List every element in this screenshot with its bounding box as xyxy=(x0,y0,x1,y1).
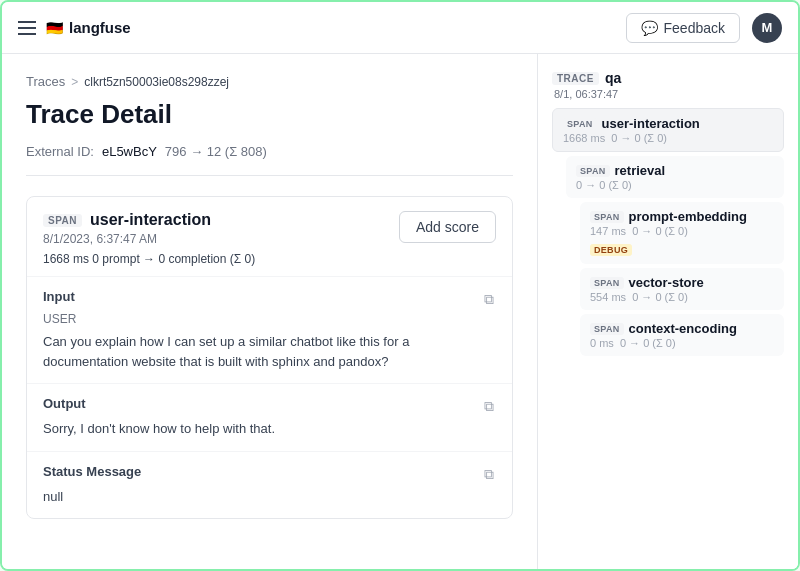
input-user-label: USER xyxy=(43,312,496,326)
trace-badge: TRACE xyxy=(552,72,599,85)
feedback-button[interactable]: 💬 Feedback xyxy=(626,13,740,43)
span-badge: SPAN xyxy=(43,214,82,227)
trace-tree: SPAN user-interaction 1668 ms 0 → 0 (Σ 0… xyxy=(552,108,784,356)
tree-node-user-interaction[interactable]: SPAN user-interaction 1668 ms 0 → 0 (Σ 0… xyxy=(552,108,784,152)
external-id-label: External ID: xyxy=(26,144,94,159)
tree-badge-retrieval: SPAN xyxy=(576,165,610,177)
page-title: Trace Detail xyxy=(26,99,513,130)
avatar[interactable]: M xyxy=(752,13,782,43)
trace-block: TRACE qa 8/1, 06:37:47 xyxy=(552,70,784,100)
feedback-label: Feedback xyxy=(664,20,725,36)
nav-left: 🇩🇪 langfuse xyxy=(18,19,131,36)
tree-node-name-retrieval: retrieval xyxy=(615,163,666,178)
main-content: Traces > clkrt5zn50003ie08s298zzej Trace… xyxy=(2,54,798,571)
output-label: Output xyxy=(43,396,86,411)
tree-node-prompt-embedding[interactable]: SPAN prompt-embedding 147 ms 0 → 0 (Σ 0)… xyxy=(580,202,784,264)
tree-node-name-user-interaction: user-interaction xyxy=(602,116,700,131)
right-panel: TRACE qa 8/1, 06:37:47 SPAN user-interac… xyxy=(538,54,798,571)
tree-badge-vector-store: SPAN xyxy=(590,277,624,289)
output-section: Output ⧉ Sorry, I don't know how to help… xyxy=(27,384,512,452)
tree-node-retrieval[interactable]: SPAN retrieval 0 → 0 (Σ 0) xyxy=(566,156,784,198)
feedback-icon: 💬 xyxy=(641,20,658,36)
tree-badge-debug: DEBUG xyxy=(590,244,632,256)
status-label: Status Message xyxy=(43,464,141,479)
status-section: Status Message ⧉ null xyxy=(27,452,512,519)
tree-node-meta-user-interaction: 1668 ms 0 → 0 (Σ 0) xyxy=(563,132,700,144)
breadcrumb-traces-link[interactable]: Traces xyxy=(26,74,65,89)
external-id-value: eL5wBcY xyxy=(102,144,157,159)
trace-name: qa xyxy=(605,70,621,86)
app-name: langfuse xyxy=(69,19,131,36)
span-timestamp: 8/1/2023, 6:37:47 AM xyxy=(43,232,255,246)
left-panel: Traces > clkrt5zn50003ie08s298zzej Trace… xyxy=(2,54,538,571)
logo-flag-icon: 🇩🇪 xyxy=(46,20,63,36)
span-stats: 1668 ms 0 prompt → 0 completion (Σ 0) xyxy=(43,252,255,266)
breadcrumb-current: clkrt5zn50003ie08s298zzej xyxy=(84,75,229,89)
menu-button[interactable] xyxy=(18,21,36,35)
tree-node-meta-retrieval: 0 → 0 (Σ 0) xyxy=(576,179,665,191)
span-info: SPAN user-interaction 8/1/2023, 6:37:47 … xyxy=(43,211,255,266)
tree-node-meta-context-encoding: 0 ms 0 → 0 (Σ 0) xyxy=(590,337,737,349)
tree-node-context-encoding[interactable]: SPAN context-encoding 0 ms 0 → 0 (Σ 0) xyxy=(580,314,784,356)
copy-output-button[interactable]: ⧉ xyxy=(482,396,496,417)
span-card: SPAN user-interaction 8/1/2023, 6:37:47 … xyxy=(26,196,513,519)
input-text: Can you explain how I can set up a simil… xyxy=(43,332,496,371)
tree-node-meta-prompt-embedding: 147 ms 0 → 0 (Σ 0) xyxy=(590,225,747,237)
span-name: user-interaction xyxy=(90,211,211,229)
status-value: null xyxy=(43,487,496,507)
input-label: Input xyxy=(43,289,75,304)
tree-badge-context-encoding: SPAN xyxy=(590,323,624,335)
tree-node-name-vector-store: vector-store xyxy=(629,275,704,290)
tree-node-name-prompt-embedding: prompt-embedding xyxy=(629,209,747,224)
input-section: Input ⧉ USER Can you explain how I can s… xyxy=(27,277,512,384)
meta-row: External ID: eL5wBcY 796 → 12 (Σ 808) xyxy=(26,144,513,176)
top-navigation: 🇩🇪 langfuse 💬 Feedback M xyxy=(2,2,798,54)
logo: 🇩🇪 langfuse xyxy=(46,19,131,36)
nav-right: 💬 Feedback M xyxy=(626,13,782,43)
output-text: Sorry, I don't know how to help with tha… xyxy=(43,419,496,439)
tokens-value: 796 → 12 (Σ 808) xyxy=(165,144,267,159)
tree-badge-prompt-embedding: SPAN xyxy=(590,211,624,223)
breadcrumb-separator: > xyxy=(71,75,78,89)
breadcrumb: Traces > clkrt5zn50003ie08s298zzej xyxy=(26,74,513,89)
trace-meta: 8/1, 06:37:47 xyxy=(554,88,784,100)
tree-node-name-context-encoding: context-encoding xyxy=(629,321,737,336)
tree-badge-user-interaction: SPAN xyxy=(563,118,597,130)
copy-input-button[interactable]: ⧉ xyxy=(482,289,496,310)
copy-status-button[interactable]: ⧉ xyxy=(482,464,496,485)
tree-node-meta-vector-store: 554 ms 0 → 0 (Σ 0) xyxy=(590,291,704,303)
add-score-button[interactable]: Add score xyxy=(399,211,496,243)
span-card-header: SPAN user-interaction 8/1/2023, 6:37:47 … xyxy=(27,197,512,277)
tree-node-vector-store[interactable]: SPAN vector-store 554 ms 0 → 0 (Σ 0) xyxy=(580,268,784,310)
